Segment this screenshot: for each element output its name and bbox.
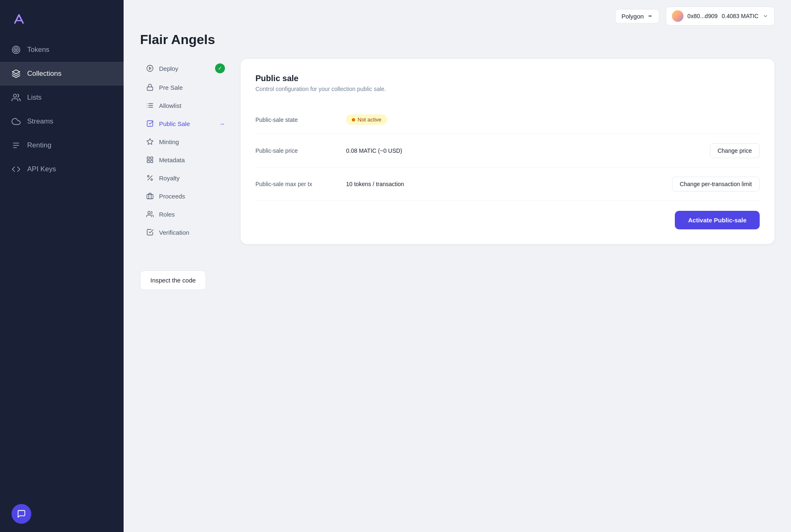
field-label-state: Public-sale state xyxy=(255,117,338,123)
page-title: Flair Angels xyxy=(140,32,775,47)
subnav-label-public-sale: Public Sale xyxy=(159,120,190,127)
field-row-state: Public-sale state Not active xyxy=(255,105,760,134)
list-icon xyxy=(146,101,154,110)
sidebar-bottom xyxy=(0,496,124,532)
svg-marker-3 xyxy=(12,70,20,74)
people-icon xyxy=(146,210,154,218)
card-subtitle: Control configuration for your collectio… xyxy=(255,86,760,92)
percent-icon xyxy=(146,174,154,182)
svg-rect-26 xyxy=(147,194,153,199)
sidebar-item-label-lists: Lists xyxy=(27,93,42,102)
verify-icon xyxy=(146,228,154,236)
svg-point-0 xyxy=(12,46,20,54)
subnav-label-minting: Minting xyxy=(159,138,179,145)
sidebar-nav: Tokens Collections Lists xyxy=(0,38,124,496)
svg-point-24 xyxy=(147,175,149,177)
svg-point-27 xyxy=(148,211,150,214)
subnav-label-roles: Roles xyxy=(159,211,175,218)
svg-point-25 xyxy=(151,179,152,180)
svg-rect-10 xyxy=(147,87,153,90)
field-label-price: Public-sale price xyxy=(255,147,338,154)
subnav-item-minting[interactable]: Minting xyxy=(140,133,231,150)
subnav-label-deploy: Deploy xyxy=(159,65,178,72)
svg-rect-21 xyxy=(151,161,153,163)
subnav-item-verification[interactable]: Verification xyxy=(140,224,231,241)
users-icon xyxy=(12,93,21,102)
subnav-item-roles[interactable]: Roles xyxy=(140,205,231,223)
field-value-max-per-tx: 10 tokens / transaction xyxy=(346,181,664,187)
svg-point-4 xyxy=(14,94,16,97)
content-grid: Deploy ✓ Pre Sale xyxy=(140,59,775,244)
subnav-item-deploy[interactable]: Deploy ✓ xyxy=(140,59,231,78)
subnav-label-verification: Verification xyxy=(159,229,189,236)
play-icon xyxy=(146,64,154,72)
cloud-icon xyxy=(12,117,21,126)
field-value-price: 0.08 MATIC (~0 USD) xyxy=(346,147,702,154)
svg-rect-20 xyxy=(151,157,153,159)
subnav-item-proceeds[interactable]: Proceeds xyxy=(140,187,231,205)
topbar: Polygon 0x80...d909 0.4083 MATIC xyxy=(124,0,791,32)
svg-rect-19 xyxy=(147,157,149,159)
status-badge: Not active xyxy=(346,114,387,125)
svg-point-1 xyxy=(14,48,19,52)
renting-icon xyxy=(12,141,21,150)
completed-check-icon: ✓ xyxy=(215,63,225,73)
inspect-code-button[interactable]: Inspect the code xyxy=(140,271,206,290)
svg-marker-9 xyxy=(150,67,152,70)
subnav-label-proceeds: Proceeds xyxy=(159,193,185,200)
sidebar-item-lists[interactable]: Lists xyxy=(0,86,124,110)
content-area: Flair Angels Deploy ✓ xyxy=(124,32,791,532)
wallet-info[interactable]: 0x80...d909 0.4083 MATIC xyxy=(666,7,775,26)
svg-marker-18 xyxy=(147,139,153,145)
public-sale-card: Public sale Control configuration for yo… xyxy=(241,59,775,244)
wallet-balance: 0.4083 MATIC xyxy=(722,13,758,19)
subnav-item-metadata[interactable]: Metadata xyxy=(140,151,231,168)
network-selector[interactable]: Polygon xyxy=(615,9,659,23)
sidebar-item-label-collections: Collections xyxy=(27,70,61,78)
chevron-updown-icon xyxy=(647,13,653,19)
sidebar-item-api-keys[interactable]: API Keys xyxy=(0,157,124,181)
status-badge-label: Not active xyxy=(358,117,381,123)
network-label: Polygon xyxy=(621,13,644,20)
svg-rect-17 xyxy=(147,121,153,126)
field-row-price: Public-sale price 0.08 MATIC (~0 USD) Ch… xyxy=(255,134,760,168)
subnav-item-pre-sale[interactable]: Pre Sale xyxy=(140,79,231,96)
sub-nav: Deploy ✓ Pre Sale xyxy=(140,59,231,241)
sidebar-item-renting[interactable]: Renting xyxy=(0,133,124,157)
subnav-label-allowlist: Allowlist xyxy=(159,102,181,109)
sparkle-icon xyxy=(146,138,154,146)
change-price-button[interactable]: Change price xyxy=(710,143,760,158)
svg-rect-22 xyxy=(147,161,149,163)
sidebar: Tokens Collections Lists xyxy=(0,0,124,532)
subnav-item-allowlist[interactable]: Allowlist xyxy=(140,97,231,114)
chat-button[interactable] xyxy=(12,504,31,524)
logo[interactable] xyxy=(0,0,124,38)
avatar xyxy=(672,10,683,22)
checkbox-icon xyxy=(146,119,154,128)
subnav-item-royalty[interactable]: Royalty xyxy=(140,169,231,187)
field-value-state: Not active xyxy=(346,114,760,125)
main-content: Polygon 0x80...d909 0.4083 MATIC Flair A… xyxy=(124,0,791,532)
subnav-item-public-sale[interactable]: Public Sale → xyxy=(140,115,231,132)
subnav-label-royalty: Royalty xyxy=(159,175,180,182)
sidebar-item-label-streams: Streams xyxy=(27,117,53,126)
arrow-icon: → xyxy=(219,120,225,127)
sidebar-item-collections[interactable]: Collections xyxy=(0,62,124,86)
sidebar-item-label-api-keys: API Keys xyxy=(27,165,56,173)
target-icon xyxy=(12,45,21,54)
svg-point-2 xyxy=(15,49,17,51)
code-icon xyxy=(12,165,21,174)
wallet-address: 0x80...d909 xyxy=(688,13,718,19)
cash-icon xyxy=(146,192,154,200)
field-label-max-per-tx: Public-sale max per tx xyxy=(255,181,338,187)
change-per-tx-limit-button[interactable]: Change per-transaction limit xyxy=(672,177,760,191)
sidebar-item-label-tokens: Tokens xyxy=(27,46,49,54)
layers-icon xyxy=(12,69,21,78)
grid-icon xyxy=(146,156,154,164)
sidebar-item-streams[interactable]: Streams xyxy=(0,110,124,133)
field-row-max-per-tx: Public-sale max per tx 10 tokens / trans… xyxy=(255,168,760,201)
card-title: Public sale xyxy=(255,74,760,83)
lock-icon xyxy=(146,83,154,91)
sidebar-item-tokens[interactable]: Tokens xyxy=(0,38,124,62)
activate-public-sale-button[interactable]: Activate Public-sale xyxy=(675,211,760,229)
